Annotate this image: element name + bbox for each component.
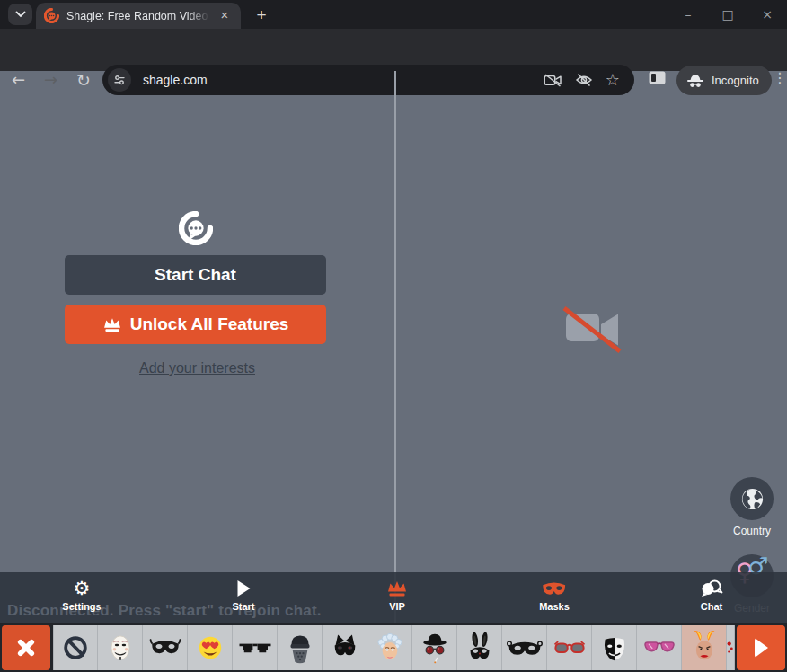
wide-masquerade-icon [505,628,544,668]
masks-button[interactable]: Masks [539,579,570,612]
gear-icon: ⚙ [74,579,91,598]
next-masks-button[interactable] [737,625,785,670]
play-icon [237,580,250,597]
tab-close-icon[interactable]: × [217,8,233,24]
minimize-button[interactable]: – [668,7,708,22]
chat-label: Chat [701,601,722,612]
crown-icon [102,317,122,332]
vip-label: VIP [389,601,405,612]
browser-window: Shagle: Free Random Video Cha × + – □ × … [0,0,787,672]
devil-face-icon [685,627,724,668]
red-sunglasses-icon [550,628,589,668]
tab-shagle[interactable]: Shagle: Free Random Video Cha × [36,3,241,29]
add-interests-link[interactable]: Add your interests [0,360,394,376]
balaclava-beanie-icon [281,629,319,667]
globe-icon [740,487,765,511]
mask-item-granny[interactable] [367,625,412,670]
mask-item-pixel-shades[interactable] [233,625,278,670]
masquerade-mask-icon [146,629,184,667]
start-chat-button[interactable]: Start Chat [65,255,326,295]
tab-strip: Shagle: Free Random Video Cha × + – □ × [0,0,787,29]
pixel-sunglasses-icon [236,629,274,667]
partial-mask-icon [727,627,734,668]
mask-item-bunny[interactable] [457,625,502,670]
tiara-wig-face-icon [371,629,409,667]
tab-title: Shagle: Free Random Video Cha [66,10,209,22]
mask-item-devil[interactable] [682,625,727,670]
mask-item-heart-eyes[interactable] [188,625,233,670]
mask-item-guy-fawkes[interactable] [98,625,143,670]
close-masks-button[interactable] [2,625,50,670]
guy-fawkes-icon [102,629,139,667]
close-window-button[interactable]: × [747,7,787,22]
mask-item-partial[interactable] [727,625,735,670]
browser-toolbar: ← → ↻ shagle.com [0,29,787,71]
mask-carousel [0,623,787,672]
bunny-mask-icon [461,629,499,667]
chat-button[interactable]: Chat [700,579,723,612]
heart-eyes-emoji-icon [191,629,229,667]
shagle-logo-icon [179,211,213,245]
hat-red-glasses-icon [416,629,454,667]
mask-item-none[interactable] [53,625,98,670]
connection-status-text: Disconnected. Press "start" to rejoin ch… [7,602,322,620]
mask-item-heisenberg[interactable] [412,625,457,670]
mask-item-theater-mask[interactable] [592,625,637,670]
chat-bubbles-icon [700,579,723,597]
country-label: Country [709,525,787,537]
unlock-features-button[interactable]: Unlock All Features [65,305,326,344]
start-button[interactable]: Start [232,579,254,612]
maximize-button[interactable]: □ [708,7,747,22]
window-controls: – □ × [668,0,787,29]
pink-aviators-icon [640,628,679,668]
mask-item-cat-mask[interactable] [323,625,367,670]
page-content: Start Chat Unlock All Features Add your … [0,71,787,623]
shagle-favicon-icon [44,8,59,23]
mask-item-masquerade[interactable] [143,625,188,670]
camera-off-icon [562,305,622,354]
country-filter-button[interactable] [730,477,774,520]
settings-label: Settings [62,601,101,612]
mask-item-wide-masquerade[interactable] [502,625,547,670]
vip-crown-icon [386,580,408,597]
vip-button[interactable]: VIP [386,579,408,612]
mask-strip [53,625,735,670]
masquerade-icon [542,582,566,596]
unlock-features-label: Unlock All Features [130,314,289,334]
no-mask-icon [57,630,93,666]
tab-search-button[interactable] [8,4,32,25]
close-x-icon [14,636,38,659]
cat-mask-icon [326,629,364,667]
masks-label: Masks [539,601,570,612]
self-video-panel: Start Chat Unlock All Features Add your … [0,71,394,623]
start-label: Start [232,601,254,612]
new-tab-button[interactable]: + [252,5,271,25]
mask-item-red-sunglasses[interactable] [547,625,592,670]
mask-item-pink-aviators[interactable] [637,625,682,670]
mask-item-balaclava-beanie[interactable] [278,625,323,670]
settings-button[interactable]: ⚙ Settings [62,579,101,612]
chevron-down-icon [15,11,26,18]
arrow-right-icon [755,638,768,658]
panel-divider [394,71,396,623]
theater-mask-icon [596,629,633,667]
